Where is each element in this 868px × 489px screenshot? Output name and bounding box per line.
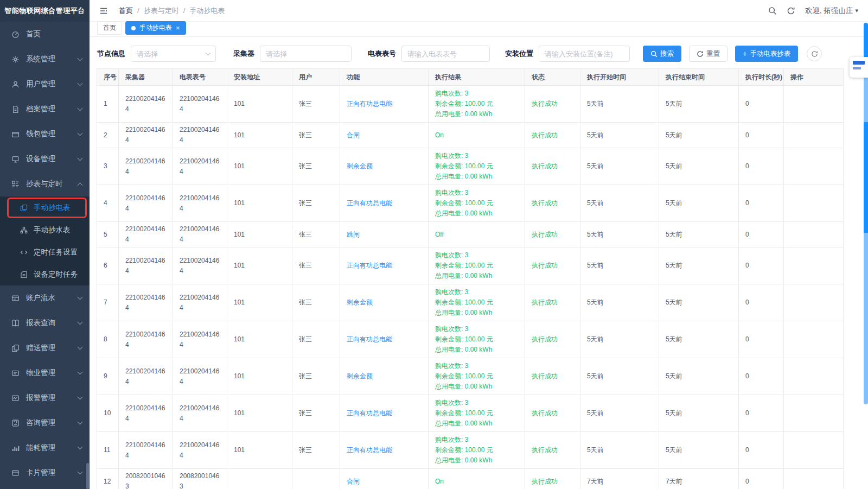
table-header-row: 序号采集器电表表号安装地址用户功能执行结果状态执行开始时间执行结束时间执行时长(…: [97, 69, 844, 86]
table-row: 12200820010463200820010463合闸On执行成功7天前7天前…: [97, 469, 844, 489]
table-row: 8221002041464221002041464101张三正向有功总电能购电次…: [97, 321, 844, 358]
breadcrumb-home[interactable]: 首页: [119, 6, 133, 16]
cell-user: 张三: [292, 148, 340, 185]
tab-status-dot-icon: [131, 26, 136, 30]
cell-end: 7天前: [659, 469, 739, 489]
node-info-label: 节点信息: [97, 49, 125, 59]
cell-result: 购电次数: 3剩余金额: 100.00 元总用电量: 0.00 kWh: [429, 284, 525, 321]
function-link[interactable]: 跳闸: [347, 231, 360, 238]
collector-input[interactable]: [260, 46, 352, 62]
sidebar-item-energy[interactable]: 能耗管理: [0, 435, 90, 460]
cell-status: 执行成功: [525, 284, 580, 321]
node-info-select[interactable]: [131, 46, 216, 62]
main-area: 首页 / 抄表与定时 / 手动抄电表 欢迎, 拓强山庄 ▾ 首页手动抄电表×: [90, 0, 868, 489]
cell-duration: 0: [739, 284, 784, 321]
refresh-table-button[interactable]: [807, 46, 822, 61]
result-line: 总用电量: 0.00 kWh: [435, 208, 518, 219]
sidebar-menu: 首页系统管理用户管理档案管理钱包管理设备管理抄表与定时手动抄电表手动抄水表定时任…: [0, 22, 90, 485]
meter-no-label: 电表表号: [368, 49, 396, 59]
result-line: 剩余金额: 100.00 元: [435, 371, 518, 382]
floating-scroll-widget[interactable]: [864, 23, 868, 404]
sidebar-item-archives[interactable]: 档案管理: [0, 97, 90, 122]
sidebar-item-alarms[interactable]: 报警管理: [0, 385, 90, 410]
floating-widget-tooltip[interactable]: [850, 57, 868, 78]
cell-duration: 0: [739, 395, 784, 432]
sidebar-item-wallet[interactable]: 钱包管理: [0, 122, 90, 147]
sidebar-item-users[interactable]: 用户管理: [0, 72, 90, 97]
sidebar-item-device-timed-tasks[interactable]: 设备定时任务: [0, 263, 90, 285]
sidebar-item-home[interactable]: 首页: [0, 22, 90, 47]
result-line: Off: [435, 230, 518, 240]
sidebar-item-meter-timing[interactable]: 抄表与定时: [0, 172, 90, 196]
result-line: 总用电量: 0.00 kWh: [435, 418, 518, 429]
collapse-menu-icon[interactable]: [99, 7, 108, 15]
sidebar-item-manual-electric[interactable]: 手动抄电表: [0, 196, 90, 219]
tab-0[interactable]: 首页: [97, 21, 122, 35]
tab-close-icon[interactable]: ×: [176, 24, 180, 31]
cell-result: 购电次数: 3剩余金额: 100.00 元总用电量: 0.00 kWh: [429, 395, 525, 432]
function-link[interactable]: 合闸: [347, 478, 360, 485]
function-link[interactable]: 正向有功总电能: [347, 446, 392, 454]
sidebar-item-account-flow[interactable]: 账户流水: [0, 285, 90, 310]
cell-operation: [784, 86, 844, 123]
cell-end: 5天前: [659, 284, 739, 321]
cell-start: 7天前: [580, 469, 659, 489]
function-link[interactable]: 剩余金额: [347, 162, 373, 170]
sidebar-item-devices[interactable]: 设备管理: [0, 147, 90, 172]
cell-collector: 221002041464: [119, 222, 173, 247]
function-link[interactable]: 剩余金额: [347, 299, 373, 306]
sidebar-item-manual-water[interactable]: 手动抄水表: [0, 219, 90, 241]
sidebar-item-gifts[interactable]: 赠送管理: [0, 335, 90, 360]
sidebar-item-label: 报表查询: [26, 318, 78, 328]
cell-status: 执行成功: [525, 185, 580, 222]
table-container: 序号采集器电表表号安装地址用户功能执行结果状态执行开始时间执行结束时间执行时长(…: [90, 68, 868, 489]
function-link[interactable]: 正向有功总电能: [347, 409, 392, 417]
cell-result: 购电次数: 3剩余金额: 100.00 元总用电量: 0.00 kWh: [429, 148, 525, 185]
add-manual-reading-button[interactable]: + 手动电表抄表: [735, 46, 798, 62]
result-line: 总用电量: 0.00 kWh: [435, 308, 518, 318]
user-menu[interactable]: 欢迎, 拓强山庄 ▾: [805, 6, 858, 16]
column-header: 采集器: [119, 69, 173, 86]
cell-meter: 221002041464: [173, 284, 227, 321]
tooltip-glyph: [853, 61, 865, 65]
search-icon[interactable]: [768, 7, 777, 15]
cell-start: 5天前: [580, 395, 659, 432]
breadcrumb-section: 抄表与定时: [144, 6, 179, 16]
function-link[interactable]: 剩余金额: [347, 372, 373, 380]
function-link[interactable]: 正向有功总电能: [347, 335, 392, 343]
sidebar-item-label: 首页: [26, 29, 82, 39]
cell-end: 5天前: [659, 123, 739, 148]
function-link[interactable]: 正向有功总电能: [347, 199, 392, 207]
column-header: 执行结束时间: [659, 69, 739, 86]
search-button[interactable]: 搜索: [643, 46, 681, 62]
cell-user: 张三: [292, 358, 340, 395]
card-icon: [11, 469, 20, 477]
cell-status: 执行成功: [525, 222, 580, 247]
meter-reading-table: 序号采集器电表表号安装地址用户功能执行结果状态执行开始时间执行结束时间执行时长(…: [97, 68, 844, 489]
cell-no: 2: [97, 123, 119, 148]
cell-address: 101: [227, 321, 292, 358]
sidebar-item-consult[interactable]: 咨询管理: [0, 410, 90, 435]
cell-address: 101: [227, 432, 292, 469]
cell-operation: [784, 123, 844, 148]
function-link[interactable]: 正向有功总电能: [347, 262, 392, 269]
sidebar-item-timed-task-settings[interactable]: 定时任务设置: [0, 241, 90, 263]
meter-no-input[interactable]: [401, 46, 490, 62]
tab-active-1[interactable]: 手动抄电表×: [125, 21, 186, 35]
reset-button[interactable]: 重置: [689, 46, 727, 62]
sidebar-item-reports[interactable]: 报表查询: [0, 310, 90, 335]
cell-duration: 0: [739, 123, 784, 148]
chevron-down-icon: [78, 395, 83, 400]
sidebar-item-system[interactable]: 系统管理: [0, 47, 90, 72]
location-input[interactable]: [539, 46, 630, 62]
sidebar-item-property[interactable]: 物业管理: [0, 360, 90, 385]
collector-label: 采集器: [233, 49, 254, 59]
function-link[interactable]: 合闸: [347, 131, 360, 139]
result-line: 剩余金额: 100.00 元: [435, 445, 518, 455]
node-info-select-input[interactable]: [137, 50, 206, 58]
sidebar-scrollbar[interactable]: [86, 463, 89, 489]
sidebar-item-cards[interactable]: 卡片管理: [0, 460, 90, 485]
cell-meter: 221002041464: [173, 395, 227, 432]
function-link[interactable]: 正向有功总电能: [347, 100, 392, 107]
refresh-icon[interactable]: [787, 7, 795, 15]
